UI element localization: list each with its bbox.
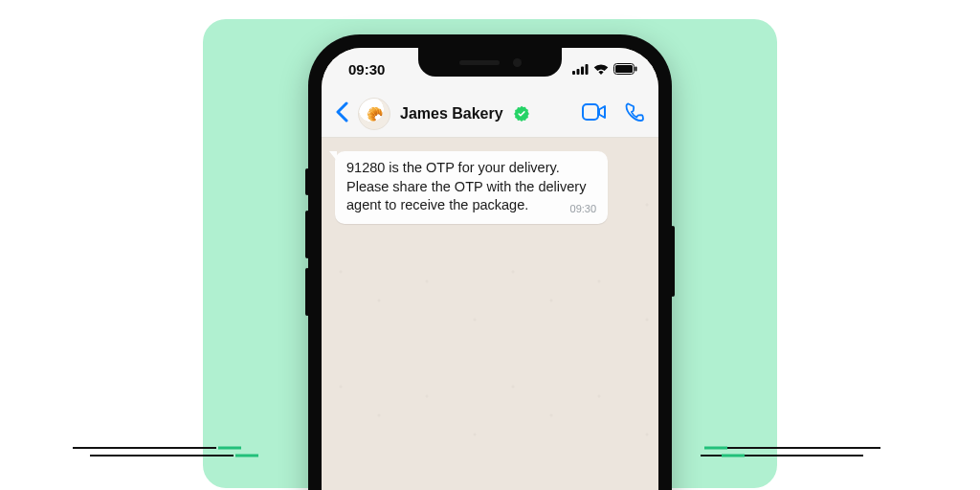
phone-screen: 09:30 🥐 James Ba	[322, 48, 658, 490]
voice-call-button[interactable]	[624, 101, 645, 126]
chat-header: 🥐 James Bakery	[322, 90, 658, 138]
status-time: 09:30	[348, 61, 385, 78]
svg-rect-7	[583, 104, 598, 120]
volume-down-button	[305, 268, 309, 316]
contact-avatar[interactable]: 🥐	[358, 98, 390, 130]
message-text: 91280 is the OTP for your delivery. Plea…	[346, 160, 586, 212]
status-right-cluster	[572, 63, 637, 75]
back-button[interactable]	[335, 101, 348, 126]
volume-up-button	[305, 211, 309, 258]
phone-notch	[418, 48, 562, 77]
front-camera	[513, 58, 522, 67]
message-timestamp: 09:30	[570, 202, 597, 216]
speaker-grill	[459, 60, 500, 65]
svg-rect-5	[615, 65, 633, 73]
svg-rect-6	[635, 67, 637, 72]
phone-frame: 09:30 🥐 James Ba	[308, 34, 672, 490]
verified-badge-icon	[513, 105, 530, 122]
svg-rect-0	[572, 71, 575, 75]
cellular-signal-icon	[572, 64, 589, 75]
decorative-lines-left	[71, 438, 281, 465]
power-button	[671, 226, 675, 297]
svg-rect-3	[586, 64, 589, 75]
svg-rect-1	[577, 69, 580, 75]
contact-name[interactable]: James Bakery	[400, 105, 503, 122]
stage: 09:30 🥐 James Ba	[0, 0, 980, 490]
wifi-icon	[593, 64, 609, 75]
battery-icon	[613, 63, 637, 75]
incoming-message-bubble[interactable]: 91280 is the OTP for your delivery. Plea…	[335, 151, 608, 224]
decorative-lines-right	[699, 438, 909, 465]
mute-switch	[305, 168, 309, 195]
svg-rect-2	[581, 66, 584, 75]
video-call-button[interactable]	[582, 103, 607, 124]
chat-body[interactable]: 91280 is the OTP for your delivery. Plea…	[322, 138, 658, 490]
